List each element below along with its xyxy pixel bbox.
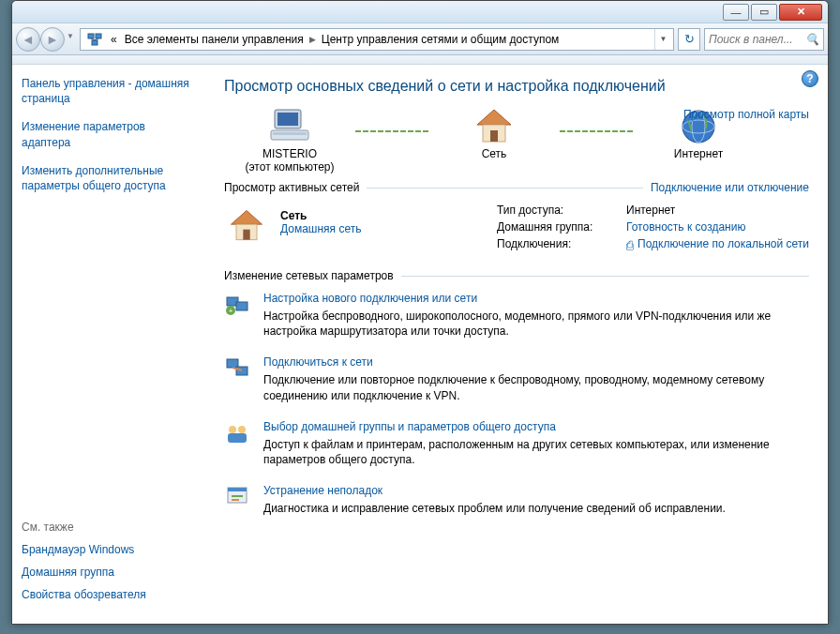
svg-rect-29 (228, 488, 247, 491)
connect-disconnect-link[interactable]: Подключение или отключение (651, 181, 809, 194)
map-connection-line (355, 130, 428, 132)
task-troubleshoot-desc: Диагностика и исправление сетевых пробле… (263, 501, 726, 516)
house-icon (472, 108, 517, 145)
task-homegroup[interactable]: Выбор домашней группы и параметров общег… (224, 420, 809, 467)
back-button[interactable]: ◄ (16, 27, 40, 52)
active-network-type-link[interactable]: Домашняя сеть (280, 222, 361, 235)
svg-rect-17 (243, 230, 249, 240)
task-troubleshoot-title[interactable]: Устранение неполадок (263, 484, 382, 497)
task-new-connection-desc: Настройка беспроводного, широкополосного… (263, 309, 809, 339)
svg-marker-15 (232, 211, 262, 225)
svg-rect-19 (236, 302, 248, 310)
svg-rect-8 (273, 132, 307, 135)
nav-history-dropdown[interactable]: ▼ (65, 27, 76, 46)
breadcrumb-0[interactable]: Все элементы панели управления (121, 33, 308, 46)
svg-rect-27 (228, 433, 247, 443)
main-panel: ? Просмотр основных сведений о сети и на… (205, 65, 828, 624)
search-input[interactable] (709, 33, 805, 46)
address-dropdown[interactable]: ▼ (654, 29, 671, 50)
network-center-icon (86, 31, 103, 48)
connect-network-icon (224, 355, 250, 382)
svg-rect-1 (96, 34, 101, 38)
ethernet-icon: ⎙ (626, 238, 634, 252)
home-network-icon (224, 204, 269, 249)
prop-access-label: Тип доступа: (497, 204, 619, 217)
navbar: ◄ ► ▼ « Все элементы панели управления ▶… (12, 23, 828, 55)
control-panel-window: — ▭ ✕ ◄ ► ▼ « Все элементы панели управл… (11, 0, 829, 625)
new-connection-icon: + (224, 292, 250, 318)
page-title: Просмотр основных сведений о сети и наст… (224, 78, 809, 95)
refresh-button[interactable]: ↻ (678, 28, 700, 51)
sidebar: Панель управления - домашняя страница Из… (12, 65, 205, 624)
sidebar-link-advanced-sharing[interactable]: Изменить дополнительные параметры общего… (22, 163, 196, 193)
task-troubleshoot[interactable]: Устранение неполадок Диагностика и испра… (224, 484, 809, 516)
active-network-row: Сеть Домашняя сеть Тип доступа: Интернет… (224, 204, 809, 252)
map-computer[interactable]: MISTERIO (этот компьютер) (224, 108, 355, 174)
see-also-firewall[interactable]: Брандмауэр Windows (22, 543, 196, 556)
homegroup-icon (224, 420, 250, 446)
maximize-button[interactable]: ▭ (751, 4, 777, 21)
minimize-button[interactable]: — (723, 4, 749, 21)
map-computer-sub: (этот компьютер) (246, 160, 335, 174)
search-box[interactable]: 🔍 (704, 28, 824, 51)
task-connect-network-desc: Подключение или повторное подключение к … (263, 372, 809, 402)
troubleshoot-icon (224, 484, 250, 510)
prop-connection-link[interactable]: Подключение по локальной сети (638, 237, 809, 250)
prop-access-value: Интернет (626, 204, 809, 217)
task-new-connection[interactable]: + Настройка нового подключения или сети … (224, 292, 809, 339)
svg-rect-23 (236, 367, 248, 375)
prop-homegroup-label: Домашняя группа: (497, 220, 619, 234)
active-networks-header: Просмотр активных сетей (224, 181, 359, 194)
prop-connections-label: Подключения: (497, 237, 619, 252)
svg-text:+: + (229, 307, 233, 315)
forward-button[interactable]: ► (40, 27, 65, 52)
network-map: MISTERIO (этот компьютер) Сеть Интернет (224, 108, 809, 174)
active-network-name: Сеть (280, 209, 307, 222)
titlebar: — ▭ ✕ (12, 1, 828, 23)
svg-rect-2 (92, 40, 98, 45)
close-button[interactable]: ✕ (779, 4, 822, 21)
computer-icon (267, 108, 312, 145)
task-new-connection-title[interactable]: Настройка нового подключения или сети (263, 292, 477, 305)
toolbar-strip (12, 55, 828, 65)
breadcrumb-1[interactable]: Центр управления сетями и общим доступом (318, 33, 563, 46)
see-also-homegroup[interactable]: Домашняя группа (22, 566, 196, 579)
change-settings-header: Изменение сетевых параметров (224, 269, 394, 282)
svg-rect-0 (88, 34, 94, 38)
sidebar-link-home[interactable]: Панель управления - домашняя страница (22, 76, 196, 106)
breadcrumb-sep[interactable]: ▶ (308, 35, 318, 44)
svg-point-26 (238, 426, 246, 433)
full-map-link[interactable]: Просмотр полной карты (683, 108, 809, 121)
svg-rect-6 (278, 113, 298, 126)
search-icon: 🔍 (805, 33, 819, 46)
svg-point-25 (229, 426, 236, 433)
see-also-header: См. также (22, 521, 196, 534)
sidebar-link-adapter-settings[interactable]: Изменение параметров адаптера (22, 119, 196, 149)
task-connect-network-title[interactable]: Подключиться к сети (263, 355, 373, 369)
address-bar[interactable]: « Все элементы панели управления ▶ Центр… (80, 28, 674, 51)
svg-marker-9 (477, 110, 511, 125)
task-homegroup-title[interactable]: Выбор домашней группы и параметров общег… (263, 420, 556, 433)
prop-homegroup-link[interactable]: Готовность к созданию (626, 220, 745, 234)
breadcrumb-prefix: « (107, 33, 121, 46)
see-also-internet-options[interactable]: Свойства обозревателя (22, 588, 196, 601)
map-connection-line-2 (560, 130, 633, 132)
help-button[interactable]: ? (802, 70, 818, 87)
map-network[interactable]: Сеть (428, 108, 560, 160)
task-homegroup-desc: Доступ к файлам и принтерам, расположенн… (263, 437, 809, 467)
map-internet-label: Интернет (674, 147, 723, 160)
svg-rect-11 (490, 130, 498, 142)
map-network-label: Сеть (482, 147, 507, 160)
map-computer-name: MISTERIO (262, 147, 317, 160)
task-connect-network[interactable]: Подключиться к сети Подключение или повт… (224, 355, 809, 402)
